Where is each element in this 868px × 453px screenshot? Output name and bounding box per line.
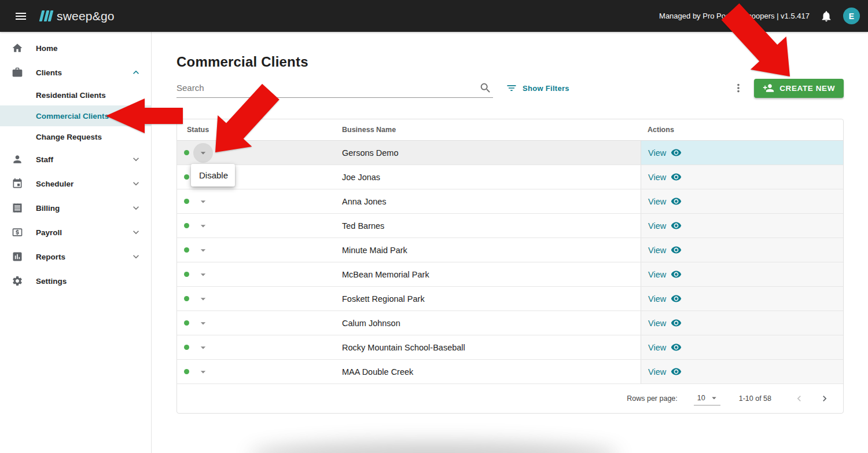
sidebar-item-clients[interactable]: Clients bbox=[0, 60, 151, 85]
rows-per-page-label: Rows per page: bbox=[627, 394, 678, 403]
clients-table: Status Business Name Actions Gersons Dem… bbox=[176, 119, 844, 414]
view-link[interactable]: View bbox=[648, 244, 682, 255]
view-link[interactable]: View bbox=[648, 171, 682, 182]
menu-item-disable[interactable]: Disable bbox=[199, 170, 228, 180]
chevron-down-icon bbox=[130, 202, 142, 214]
show-filters-button[interactable]: Show Filters bbox=[506, 82, 569, 94]
search-icon[interactable] bbox=[479, 82, 492, 94]
status-active-dot bbox=[184, 223, 189, 228]
toolbar: Show Filters CREATE NEW bbox=[176, 78, 844, 98]
sidebar-item-change-requests[interactable]: Change Requests bbox=[0, 126, 151, 147]
actions-cell: View bbox=[641, 189, 843, 213]
chevron-down-icon bbox=[130, 154, 142, 165]
business-name: MAA Double Creek bbox=[342, 360, 641, 383]
filter-icon bbox=[506, 82, 517, 94]
notifications-bell-icon[interactable] bbox=[820, 10, 833, 23]
status-dropdown-button[interactable] bbox=[193, 362, 213, 382]
view-link[interactable]: View bbox=[648, 147, 682, 158]
status-cell bbox=[177, 335, 342, 359]
status-dropdown-button[interactable] bbox=[193, 313, 213, 333]
view-link[interactable]: View bbox=[648, 366, 682, 377]
eye-icon bbox=[671, 269, 682, 280]
status-active-dot bbox=[184, 345, 189, 350]
status-active-dot bbox=[184, 272, 189, 277]
business-name: Ted Barnes bbox=[342, 214, 641, 238]
status-active-dot bbox=[184, 247, 189, 253]
sidebar-item-residential-clients[interactable]: Residential Clients bbox=[0, 85, 151, 105]
brand-slashes-icon bbox=[41, 10, 52, 21]
view-link[interactable]: View bbox=[648, 269, 682, 280]
calendar-icon bbox=[10, 178, 24, 189]
table-row: Calum Johnson View bbox=[177, 311, 843, 335]
table-row: Minute Maid Park View bbox=[177, 238, 843, 262]
view-link[interactable]: View bbox=[648, 317, 682, 328]
sidebar-item-scheduler[interactable]: Scheduler bbox=[0, 171, 151, 196]
view-link[interactable]: View bbox=[648, 293, 682, 304]
table-row: Rocky Mountain School-Baseball View bbox=[177, 335, 843, 360]
actions-cell: View bbox=[641, 165, 843, 189]
search-field bbox=[176, 79, 493, 98]
business-name: Foskett Regional Park bbox=[342, 287, 641, 310]
eye-icon bbox=[671, 147, 682, 158]
avatar[interactable]: E bbox=[843, 8, 860, 24]
column-header-actions: Actions bbox=[641, 126, 843, 134]
status-active-dot bbox=[184, 199, 189, 204]
table-row: Anna Jones View bbox=[177, 189, 843, 214]
table-row: Foskett Regional Park View bbox=[177, 287, 843, 311]
column-header-status: Status bbox=[177, 126, 342, 134]
column-header-business-name: Business Name bbox=[342, 126, 641, 134]
table-body: Gersons Demo View Joe Jonas View bbox=[177, 141, 843, 384]
brand-logo: sweep&go bbox=[41, 9, 115, 23]
sidebar-item-settings[interactable]: Settings bbox=[0, 269, 151, 293]
business-name: Calum Johnson bbox=[342, 311, 641, 335]
status-dropdown-button[interactable] bbox=[193, 338, 213, 357]
eye-icon bbox=[671, 317, 682, 328]
actions-cell: View bbox=[641, 360, 843, 383]
eye-icon bbox=[671, 171, 682, 182]
status-cell bbox=[177, 360, 342, 383]
rows-per-page-select[interactable]: 10 bbox=[694, 392, 720, 405]
view-link[interactable]: View bbox=[648, 196, 682, 207]
status-dropdown-button[interactable] bbox=[193, 240, 213, 260]
receipt-icon bbox=[10, 202, 24, 214]
more-options-kebab-icon[interactable] bbox=[732, 82, 745, 94]
eye-icon bbox=[671, 196, 682, 207]
sidebar-item-staff[interactable]: Staff bbox=[0, 147, 151, 171]
status-active-dot bbox=[184, 320, 189, 326]
sidebar-item-home[interactable]: Home bbox=[0, 36, 151, 60]
create-new-button[interactable]: CREATE NEW bbox=[754, 79, 844, 98]
menu-icon[interactable] bbox=[14, 9, 28, 23]
status-active-dot bbox=[184, 150, 189, 155]
status-dropdown-menu: Disable bbox=[191, 164, 235, 187]
sidebar-item-billing[interactable]: Billing bbox=[0, 196, 151, 220]
sidebar-item-commercial-clients[interactable]: Commercial Clients bbox=[0, 105, 151, 126]
dropdown-caret-icon bbox=[709, 393, 719, 403]
view-link[interactable]: View bbox=[648, 342, 682, 353]
actions-cell: View bbox=[641, 311, 843, 335]
status-dropdown-button[interactable] bbox=[193, 192, 213, 211]
status-active-dot bbox=[184, 296, 189, 301]
eye-icon bbox=[671, 293, 682, 304]
status-dropdown-button[interactable] bbox=[193, 143, 213, 163]
previous-page-icon[interactable] bbox=[793, 393, 805, 404]
actions-cell: View bbox=[641, 262, 843, 286]
status-dropdown-button[interactable] bbox=[193, 289, 213, 309]
bar-chart-icon bbox=[10, 251, 24, 262]
actions-cell: View bbox=[641, 214, 843, 238]
business-name: McBean Memorial Park bbox=[342, 262, 641, 286]
view-link[interactable]: View bbox=[648, 220, 682, 231]
next-page-icon[interactable] bbox=[819, 393, 830, 404]
status-dropdown-button[interactable] bbox=[193, 265, 213, 284]
main-content: Commercial Clients Show Filters CREATE N… bbox=[152, 32, 868, 453]
status-dropdown-button[interactable] bbox=[193, 216, 213, 236]
dollar-box-icon bbox=[10, 226, 24, 238]
sidebar-item-reports[interactable]: Reports bbox=[0, 244, 151, 269]
eye-icon bbox=[671, 244, 682, 255]
sidebar-item-payroll[interactable]: Payroll bbox=[0, 220, 151, 244]
business-name: Anna Jones bbox=[342, 189, 641, 213]
eye-icon bbox=[671, 342, 682, 353]
search-input[interactable] bbox=[176, 83, 493, 93]
status-cell bbox=[177, 214, 342, 238]
briefcase-icon bbox=[10, 67, 24, 78]
person-add-icon bbox=[763, 82, 774, 94]
